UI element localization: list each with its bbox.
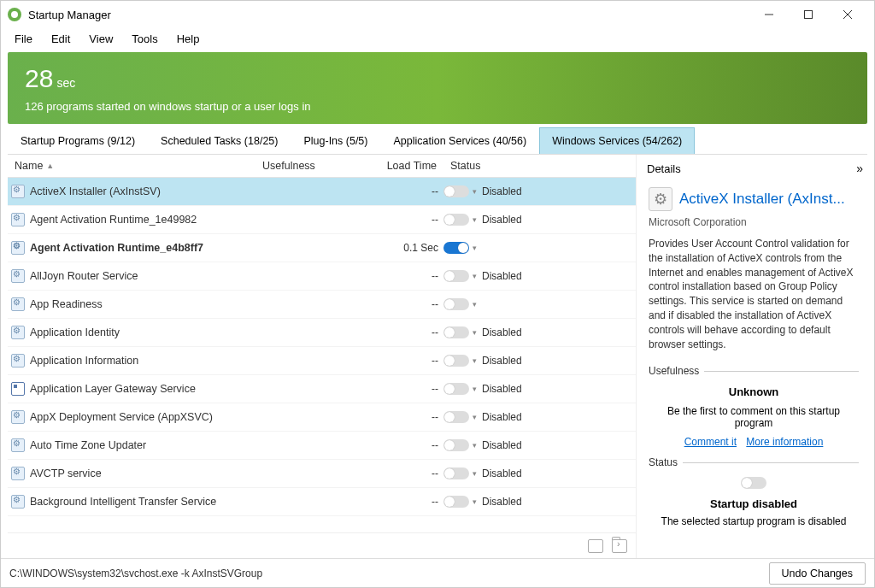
minimize-button[interactable] xyxy=(749,1,789,28)
close-button[interactable] xyxy=(828,1,867,28)
open-folder-icon[interactable] xyxy=(612,539,627,553)
boot-time-value: 28 xyxy=(25,64,53,92)
tab-scheduled-tasks[interactable]: Scheduled Tasks (18/25) xyxy=(148,127,291,154)
details-panel: Details » ⚙ ActiveX Installer (AxInst...… xyxy=(637,155,867,558)
chevron-down-icon[interactable]: ▾ xyxy=(473,272,477,280)
col-name[interactable]: Name▲ xyxy=(8,155,255,177)
service-icon xyxy=(11,467,25,480)
collapse-icon[interactable]: » xyxy=(856,162,860,175)
table-row[interactable]: Application Layer Gateway Service--▾Disa… xyxy=(8,375,636,403)
enable-toggle[interactable] xyxy=(443,185,469,197)
table-row[interactable]: Application Information--▾Disabled xyxy=(8,347,636,375)
col-status[interactable]: Status xyxy=(443,155,537,177)
table-row[interactable]: Application Identity--▾Disabled xyxy=(8,319,636,347)
chevron-down-icon[interactable]: ▾ xyxy=(473,469,477,478)
table-row[interactable]: Agent Activation Runtime_e4b8ff70.1 Sec▾ xyxy=(8,234,636,262)
menu-tools[interactable]: Tools xyxy=(123,30,166,48)
col-usefulness[interactable]: Usefulness xyxy=(255,155,375,177)
details-description: Provides User Account Control validation… xyxy=(649,237,859,351)
tab-application-services[interactable]: Application Services (40/56) xyxy=(380,127,539,154)
chevron-down-icon[interactable]: ▾ xyxy=(473,244,477,252)
undo-changes-button[interactable]: Undo Changes xyxy=(769,562,866,585)
status-label: Disabled xyxy=(482,467,522,479)
status-label: Disabled xyxy=(482,214,522,226)
status-label: Disabled xyxy=(482,326,522,338)
chevron-down-icon[interactable]: ▾ xyxy=(473,215,477,224)
comment-link[interactable]: Comment it xyxy=(684,436,737,448)
table-row[interactable]: Auto Time Zone Updater--▾Disabled xyxy=(8,432,636,460)
chevron-down-icon[interactable]: ▾ xyxy=(473,300,477,309)
col-loadtime[interactable]: Load Time xyxy=(375,155,443,177)
table-row[interactable]: Agent Activation Runtime_1e49982--▾Disab… xyxy=(8,206,636,234)
service-name: Application Identity xyxy=(30,326,120,338)
summary-banner: 28sec 126 programs started on windows st… xyxy=(8,52,867,124)
load-time: -- xyxy=(375,326,443,338)
statusbar: C:\WINDOWS\system32\svchost.exe -k AxIns… xyxy=(1,558,874,587)
enable-toggle[interactable] xyxy=(443,383,469,395)
table-row[interactable]: Background Intelligent Transfer Service-… xyxy=(8,488,636,516)
enable-toggle[interactable] xyxy=(443,467,469,479)
service-name: ActiveX Installer (AxInstSV) xyxy=(30,185,161,197)
enable-toggle[interactable] xyxy=(443,214,469,226)
menu-help[interactable]: Help xyxy=(168,30,208,48)
load-time: -- xyxy=(375,496,443,508)
load-time: -- xyxy=(375,270,443,282)
table-row[interactable]: AVCTP service--▾Disabled xyxy=(8,460,636,488)
enable-toggle[interactable] xyxy=(443,242,469,254)
services-list[interactable]: ActiveX Installer (AxInstSV)--▾DisabledA… xyxy=(8,178,636,532)
service-icon xyxy=(11,269,25,283)
usefulness-section-head: Usefulness xyxy=(649,365,859,377)
export-icon[interactable] xyxy=(588,539,603,553)
chevron-down-icon[interactable]: ▾ xyxy=(473,385,477,393)
more-info-link[interactable]: More information xyxy=(746,436,823,448)
chevron-down-icon[interactable]: ▾ xyxy=(473,187,477,196)
service-name: App Readiness xyxy=(30,298,103,310)
tab-startup-programs[interactable]: Startup Programs (9/12) xyxy=(8,127,148,154)
chevron-down-icon[interactable]: ▾ xyxy=(473,356,477,365)
enable-toggle[interactable] xyxy=(443,439,469,451)
tab-plugins[interactable]: Plug-Ins (5/5) xyxy=(291,127,380,154)
service-icon xyxy=(11,382,25,396)
status-label: Disabled xyxy=(482,355,522,367)
chevron-down-icon[interactable]: ▾ xyxy=(473,441,477,450)
table-row[interactable]: App Readiness--▾ xyxy=(8,291,636,319)
service-icon xyxy=(11,354,25,368)
service-name: Agent Activation Runtime_1e49982 xyxy=(30,214,197,226)
table-row[interactable]: ActiveX Installer (AxInstSV)--▾Disabled xyxy=(8,178,636,206)
chevron-down-icon[interactable]: ▾ xyxy=(473,328,477,337)
chevron-down-icon[interactable]: ▾ xyxy=(473,413,477,421)
load-time: -- xyxy=(375,214,443,226)
status-title: Startup disabled xyxy=(649,497,859,510)
menu-view[interactable]: View xyxy=(80,30,121,48)
enable-toggle[interactable] xyxy=(443,298,469,310)
usefulness-befirst: Be the first to comment on this startup … xyxy=(649,405,859,429)
service-icon xyxy=(11,297,25,311)
details-vendor: Microsoft Corporation xyxy=(649,216,859,228)
chevron-down-icon[interactable]: ▾ xyxy=(473,497,477,506)
details-gear-icon: ⚙ xyxy=(649,187,672,211)
tab-windows-services[interactable]: Windows Services (54/262) xyxy=(539,127,695,154)
service-icon xyxy=(11,410,25,424)
service-name: Application Information xyxy=(30,355,138,367)
table-row[interactable]: AllJoyn Router Service--▾Disabled xyxy=(8,262,636,291)
load-time: -- xyxy=(375,411,443,423)
usefulness-value: Unknown xyxy=(649,385,859,398)
window-title: Startup Manager xyxy=(28,9,749,21)
load-time: -- xyxy=(375,298,443,310)
status-description: The selected startup program is disabled xyxy=(649,515,859,527)
enable-toggle[interactable] xyxy=(443,411,469,423)
enable-toggle[interactable] xyxy=(443,496,469,508)
tab-bar: Startup Programs (9/12) Scheduled Tasks … xyxy=(8,127,867,155)
details-status-toggle[interactable] xyxy=(741,477,766,489)
menu-file[interactable]: File xyxy=(6,30,41,48)
status-label: Disabled xyxy=(482,383,522,395)
maximize-button[interactable] xyxy=(789,1,828,28)
service-icon xyxy=(11,438,25,452)
menu-edit[interactable]: Edit xyxy=(43,30,79,48)
load-time: -- xyxy=(375,383,443,395)
enable-toggle[interactable] xyxy=(443,355,469,367)
enable-toggle[interactable] xyxy=(443,270,469,282)
table-row[interactable]: AppX Deployment Service (AppXSVC)--▾Disa… xyxy=(8,403,636,432)
details-header-label: Details xyxy=(647,162,681,175)
enable-toggle[interactable] xyxy=(443,326,469,338)
